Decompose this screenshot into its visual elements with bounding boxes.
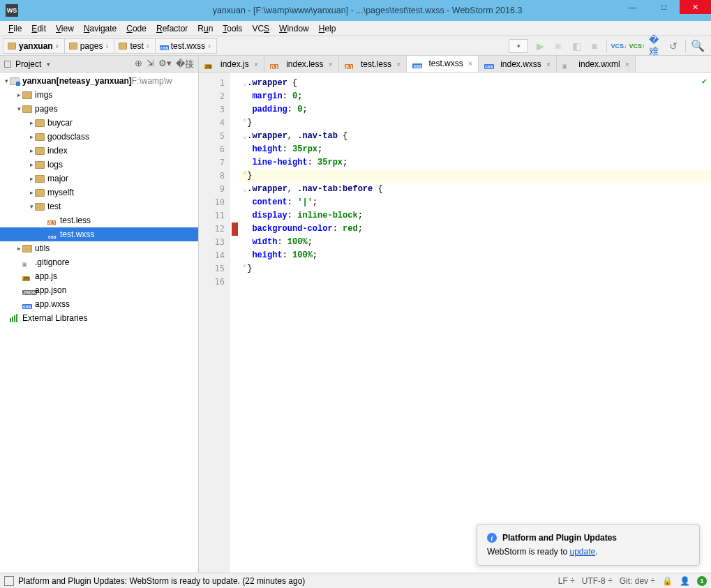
- expand-icon[interactable]: ▸: [28, 161, 35, 168]
- breadcrumb[interactable]: yanxuan ›pages ›test ›csstest.wxss ›: [3, 36, 509, 55]
- menu-window[interactable]: Window: [275, 22, 313, 35]
- settings-gear-icon[interactable]: ⚙▾: [158, 58, 172, 70]
- code-editor[interactable]: ✔ ⌄.wrapper { margin: 0; padding: 0;⌃}⌄.…: [239, 73, 711, 573]
- git-branch[interactable]: Git: dev ÷: [620, 576, 655, 586]
- menu-file[interactable]: File: [4, 22, 26, 35]
- tree-folder[interactable]: ▾test: [0, 199, 198, 213]
- tree-folder[interactable]: ▾pages: [0, 102, 198, 116]
- expand-icon[interactable]: ▸: [28, 175, 35, 182]
- close-tab-icon[interactable]: ×: [396, 60, 401, 68]
- chevron-down-icon[interactable]: ▾: [47, 61, 50, 68]
- title-bar: WS yanxuan - [F:\wamp\www\yanxuan] - ...…: [0, 0, 711, 21]
- tree-folder[interactable]: ▸index: [0, 144, 198, 158]
- menu-tools[interactable]: Tools: [218, 22, 246, 35]
- hide-tool-window-icon[interactable]: �接: [176, 58, 194, 70]
- close-tab-icon[interactable]: ×: [625, 60, 629, 68]
- vcs-update-button[interactable]: VCS↓: [613, 40, 625, 52]
- notification-popup[interactable]: i Platform and Plugin Updates WebStorm i…: [477, 524, 700, 566]
- menu-vcs[interactable]: VCS: [248, 22, 274, 35]
- folder-icon: [22, 105, 32, 113]
- collapse-icon[interactable]: ▾: [15, 105, 22, 112]
- tree-file[interactable]: cssapp.wxss: [0, 297, 198, 311]
- event-log-badge[interactable]: 1: [697, 576, 707, 586]
- editor-tab[interactable]: {L}index.less×: [264, 56, 339, 72]
- search-everywhere-button[interactable]: 🔍: [691, 40, 704, 52]
- menu-refactor[interactable]: Refactor: [152, 22, 192, 35]
- update-link[interactable]: update: [570, 547, 596, 557]
- menu-view[interactable]: View: [52, 22, 78, 35]
- expand-icon[interactable]: ▸: [28, 147, 35, 154]
- json-file-icon: JSON: [22, 285, 32, 295]
- vcs-history-button[interactable]: �难: [649, 40, 661, 52]
- status-bar: Platform and Plugin Updates: WebStorm is…: [0, 573, 711, 588]
- editor-gutter[interactable]: 12345678910111213141516: [199, 73, 230, 573]
- tree-file[interactable]: ≡.gitignore: [0, 255, 198, 269]
- debug-button[interactable]: ⛯: [552, 40, 564, 52]
- tree-folder[interactable]: ▸major: [0, 172, 198, 186]
- stop-button[interactable]: ■: [588, 40, 601, 52]
- separator: [606, 40, 607, 52]
- collapse-icon[interactable]: ▾: [28, 203, 35, 210]
- menu-navigate[interactable]: Navigate: [80, 22, 121, 35]
- editor-tab[interactable]: ≡index.wxml×: [557, 56, 636, 72]
- menu-help[interactable]: Help: [315, 22, 340, 35]
- ide-status-person-icon[interactable]: 👤: [680, 576, 690, 586]
- tree-root[interactable]: ▾yanxuan [neteasy_yanxuan] F:\wamp\w: [0, 74, 198, 88]
- run-button[interactable]: ▶: [534, 40, 546, 52]
- expand-icon[interactable]: ▸: [15, 91, 22, 98]
- run-config-combo[interactable]: ▾: [509, 39, 528, 53]
- editor-tabs[interactable]: JSindex.js×{L}index.less×{L}test.less×cs…: [199, 56, 711, 73]
- close-tab-icon[interactable]: ×: [329, 60, 333, 68]
- tool-windows-quick-access-icon[interactable]: [4, 576, 14, 586]
- editor-tab[interactable]: {L}test.less×: [339, 56, 407, 72]
- editor-tab[interactable]: JSindex.js×: [199, 56, 264, 72]
- expand-icon[interactable]: ▸: [28, 133, 35, 140]
- menu-bar[interactable]: File Edit View Navigate Code Refactor Ru…: [0, 21, 711, 36]
- editor-tab[interactable]: cssindex.wxss×: [479, 56, 557, 72]
- breadcrumb-item[interactable]: csstest.wxss ›: [156, 38, 217, 54]
- window-minimize-button[interactable]: —: [617, 0, 648, 14]
- close-tab-icon[interactable]: ×: [546, 60, 551, 68]
- menu-edit[interactable]: Edit: [27, 22, 50, 35]
- project-header[interactable]: Project ▾ ⊕ ⇲ ⚙▾ �接: [0, 56, 198, 73]
- collapse-all-icon[interactable]: ⇲: [147, 58, 154, 70]
- coverage-button[interactable]: ◧: [570, 40, 583, 52]
- menu-code[interactable]: Code: [122, 22, 151, 35]
- color-swatch-icon[interactable]: [232, 223, 238, 236]
- collapse-icon[interactable]: ▾: [3, 77, 10, 84]
- window-close-button[interactable]: ✕: [680, 0, 711, 14]
- window-maximize-button[interactable]: □: [648, 0, 680, 14]
- tree-file[interactable]: {L}test.less: [0, 213, 198, 227]
- breadcrumb-item[interactable]: pages ›: [65, 38, 115, 54]
- tree-file[interactable]: JSapp.js: [0, 269, 198, 283]
- encoding[interactable]: UTF-8 ÷: [582, 576, 613, 586]
- folder-icon: [35, 119, 45, 127]
- tree-folder[interactable]: ▸myselft: [0, 186, 198, 199]
- line-separator[interactable]: LF ÷: [558, 576, 575, 586]
- external-libraries[interactable]: External Libraries: [0, 311, 198, 325]
- css-file-icon: css: [160, 42, 168, 50]
- folder-icon: [35, 147, 45, 155]
- txt-file-icon: ≡: [22, 257, 32, 267]
- expand-icon[interactable]: ▸: [15, 245, 22, 252]
- expand-icon[interactable]: ▸: [28, 119, 35, 126]
- tree-folder[interactable]: ▸buycar: [0, 116, 198, 130]
- breadcrumb-item[interactable]: test ›: [114, 38, 155, 54]
- tree-folder[interactable]: ▸logs: [0, 158, 198, 172]
- breadcrumb-item[interactable]: yanxuan ›: [3, 38, 65, 54]
- editor-tab[interactable]: csstest.wxss×: [407, 56, 479, 73]
- scroll-to-source-icon[interactable]: ⊕: [135, 58, 142, 70]
- project-tree[interactable]: ▾yanxuan [neteasy_yanxuan] F:\wamp\w▸img…: [0, 73, 198, 573]
- tree-file[interactable]: csstest.wxss: [0, 227, 198, 241]
- menu-run[interactable]: Run: [193, 22, 217, 35]
- tree-folder[interactable]: ▸goodsclass: [0, 130, 198, 144]
- vcs-commit-button[interactable]: VCS↑: [631, 40, 643, 52]
- tree-file[interactable]: JSONapp.json: [0, 283, 198, 297]
- close-tab-icon[interactable]: ×: [468, 59, 472, 68]
- tree-folder[interactable]: ▸utils: [0, 241, 198, 255]
- expand-icon[interactable]: ▸: [28, 189, 35, 196]
- info-icon: i: [487, 533, 497, 543]
- readonly-lock-icon[interactable]: 🔒: [662, 576, 673, 586]
- close-tab-icon[interactable]: ×: [254, 60, 258, 68]
- vcs-revert-button[interactable]: ↺: [667, 40, 680, 52]
